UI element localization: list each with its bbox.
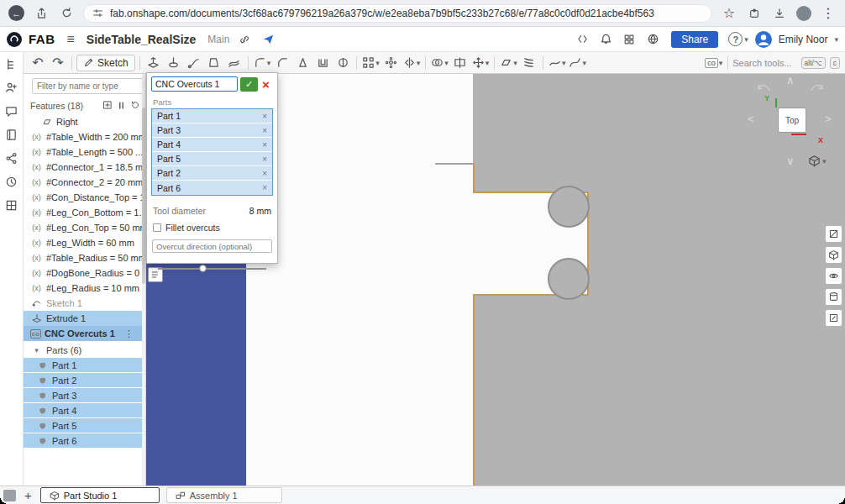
- app-store-grid-icon[interactable]: [621, 31, 638, 48]
- selected-part-item[interactable]: Part 3 ×: [152, 123, 272, 138]
- rotate-up-icon[interactable]: ∧: [786, 74, 795, 87]
- copy-link-icon[interactable]: [236, 31, 253, 48]
- feature-row-variable[interactable]: (x) #Table_Radius = 50 mm: [24, 250, 145, 265]
- custom-feature-caret-icon[interactable]: ▾: [719, 59, 723, 67]
- collapse-caret-icon[interactable]: ▾: [30, 346, 43, 354]
- rotate-cw-icon[interactable]: [808, 81, 825, 94]
- share-button[interactable]: Share: [671, 31, 718, 48]
- reload-icon[interactable]: [58, 5, 75, 22]
- tables-icon[interactable]: [5, 199, 18, 215]
- dev-tools-icon[interactable]: [574, 31, 590, 48]
- surface-tool[interactable]: ▾: [548, 54, 567, 72]
- notifications-bell-icon[interactable]: [597, 31, 614, 48]
- hide-show-button[interactable]: [825, 267, 842, 285]
- feature-row-variable[interactable]: (x) #Connector_2 = 20 mm: [24, 175, 145, 190]
- feature-row-variable[interactable]: (x) #Leg_Con_Top = 50 mm: [24, 220, 145, 235]
- selected-part-item[interactable]: Part 6 ×: [152, 181, 272, 195]
- draft-tool[interactable]: [293, 54, 312, 72]
- helix-tool[interactable]: [520, 54, 538, 72]
- boolean-caret-icon[interactable]: ▾: [444, 59, 449, 67]
- feature-row-variable[interactable]: (x) #Connector_1 = 18.5 m...: [24, 160, 145, 175]
- versions-graph-icon[interactable]: [5, 152, 18, 168]
- tool-diameter-value[interactable]: 8 mm: [249, 206, 271, 216]
- tab-part-studio[interactable]: Part Studio 1: [40, 487, 160, 503]
- bookmark-star-icon[interactable]: ☆: [721, 5, 737, 22]
- selected-part-item[interactable]: Part 5 ×: [152, 152, 272, 166]
- rotate-down-icon[interactable]: ∨: [786, 155, 795, 167]
- dialog-slider[interactable]: [158, 265, 266, 273]
- view-cube-top-face[interactable]: Top: [778, 108, 806, 133]
- part-row[interactable]: Part 1: [24, 358, 145, 373]
- plane-tool[interactable]: ▾: [499, 54, 518, 72]
- transform-caret-icon[interactable]: ▾: [485, 59, 490, 67]
- back-icon[interactable]: ←: [8, 5, 24, 21]
- sketch-button[interactable]: Sketch: [76, 55, 135, 71]
- part-row[interactable]: Part 5: [24, 418, 145, 433]
- remove-part-icon[interactable]: ×: [262, 140, 267, 150]
- rotate-ccw-icon[interactable]: [756, 81, 773, 94]
- feature-name-input[interactable]: [151, 76, 238, 92]
- rotate-right-icon[interactable]: >: [825, 113, 832, 125]
- feature-panel-scrollbar[interactable]: [142, 74, 145, 486]
- linear-pattern-tool[interactable]: ▾: [361, 54, 381, 72]
- insert-feature-icon[interactable]: [102, 100, 113, 112]
- extrude-tool[interactable]: [144, 54, 163, 72]
- hamburger-menu-icon[interactable]: ≡: [67, 32, 75, 47]
- thicken-tool[interactable]: [225, 54, 244, 72]
- undo-button[interactable]: ↶: [29, 54, 47, 72]
- fillet-tool[interactable]: ▾: [253, 54, 272, 72]
- dogbone-overcut-circle[interactable]: [548, 258, 590, 300]
- feature-row-cnc-overcuts[interactable]: co CNC Overcuts 1 ⋮: [24, 326, 145, 341]
- split-tool[interactable]: [451, 54, 470, 72]
- mirror-tool[interactable]: ▾: [402, 54, 422, 72]
- workspace-label[interactable]: Main: [207, 34, 229, 45]
- download-icon[interactable]: [771, 5, 788, 22]
- feature-row-sketch1[interactable]: Sketch 1: [24, 296, 145, 311]
- selected-part-item[interactable]: Part 1 ×: [152, 109, 272, 123]
- add-tab-button[interactable]: +: [24, 488, 32, 502]
- selected-part-item[interactable]: Part 2 ×: [152, 166, 272, 181]
- loft-tool[interactable]: [205, 54, 223, 72]
- fillet-caret-icon[interactable]: ▾: [267, 59, 271, 67]
- redo-button[interactable]: ↷: [49, 54, 67, 72]
- part-row[interactable]: Part 3: [24, 388, 145, 403]
- revolve-tool[interactable]: [165, 54, 183, 72]
- isometric-view-button[interactable]: [825, 246, 842, 264]
- remove-part-icon[interactable]: ×: [262, 155, 267, 164]
- chamfer-tool[interactable]: [273, 54, 291, 72]
- feature-row-extrude1[interactable]: Extrude 1: [24, 311, 145, 326]
- overcut-direction-input[interactable]: [152, 239, 272, 253]
- feature-row-variable[interactable]: (x) #Leg_Radius = 10 mm: [24, 281, 145, 296]
- curve-tool[interactable]: ▾: [568, 54, 587, 72]
- pattern-caret-icon[interactable]: ▾: [375, 59, 380, 67]
- parts-section-header[interactable]: ▾ Parts (6): [24, 343, 145, 358]
- remove-part-icon[interactable]: ×: [262, 169, 267, 178]
- mirror-caret-icon[interactable]: ▾: [417, 59, 421, 67]
- browser-profile-avatar[interactable]: [796, 6, 811, 21]
- extensions-icon[interactable]: [746, 5, 763, 22]
- part-row[interactable]: Part 2: [24, 373, 145, 388]
- plane-caret-icon[interactable]: ▾: [513, 59, 517, 67]
- rollback-history-icon[interactable]: [130, 100, 140, 112]
- sweep-tool[interactable]: [185, 54, 203, 72]
- share-page-icon[interactable]: [33, 5, 50, 22]
- feature-row-variable[interactable]: (x) #Con_Distance_Top = 1...: [24, 190, 145, 205]
- remove-part-icon[interactable]: ×: [262, 183, 267, 192]
- slider-knob[interactable]: [199, 265, 207, 272]
- view-options-button[interactable]: ▾: [808, 155, 827, 167]
- parts-selection-list[interactable]: Part 1 × Part 3 × Part 4 × Part 5 × Part…: [151, 108, 273, 196]
- publish-icon[interactable]: [260, 31, 276, 48]
- remove-part-icon[interactable]: ×: [262, 112, 267, 121]
- suppress-pause-icon[interactable]: [117, 101, 126, 112]
- curve-caret-icon[interactable]: ▾: [582, 59, 586, 67]
- appearance-button[interactable]: [825, 288, 842, 306]
- rotate-left-icon[interactable]: <: [748, 113, 754, 125]
- user-menu-caret-icon[interactable]: ▾: [834, 35, 838, 44]
- document-outline-icon[interactable]: [5, 58, 18, 74]
- browser-menu-icon[interactable]: ⋮: [820, 5, 837, 22]
- filter-input[interactable]: [32, 78, 146, 94]
- feature-row-variable[interactable]: (x) #Table_Width = 200 mm: [24, 129, 145, 144]
- part-row[interactable]: Part 6: [24, 433, 145, 449]
- custom-feature-tool[interactable]: co ▾: [704, 54, 723, 72]
- user-avatar[interactable]: [755, 31, 772, 48]
